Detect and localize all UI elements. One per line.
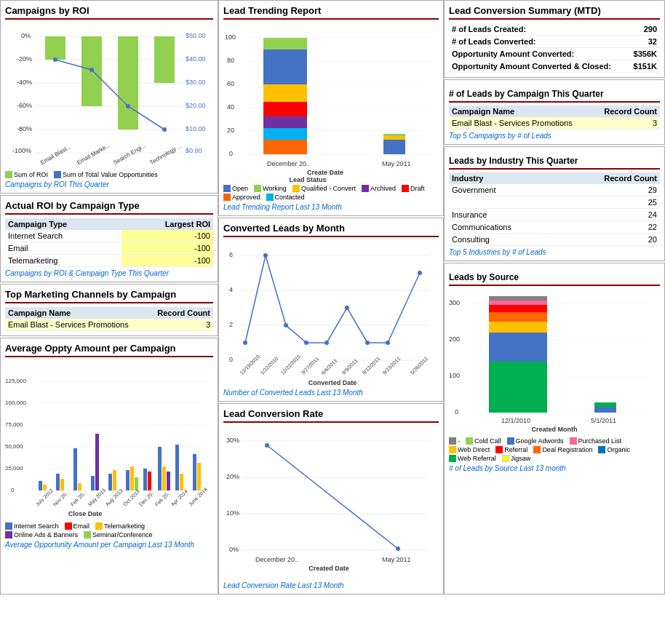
svg-rect-56 [143,469,147,490]
svg-rect-92 [263,38,307,49]
svg-rect-163 [594,402,616,407]
svg-text:12/1/2010: 12/1/2010 [501,417,530,424]
svg-text:40: 40 [227,103,234,111]
leads-by-industry-table: Industry Record Count Government 29 25 I… [449,172,660,246]
leads-by-industry-caption: Top 5 Industries by # of Leads [449,248,660,256]
table-row: Telemarketing -100 [5,255,213,267]
svg-rect-49 [91,476,95,490]
actual-roi-table: Campaign Type Largest ROI Internet Searc… [5,218,213,267]
table-row: Communications 22 [449,221,660,234]
svg-point-141 [265,443,269,448]
svg-text:-100%: -100% [12,147,31,154]
svg-text:Feb 20..: Feb 20.. [70,490,87,507]
top-channels-title: Top Marketing Channels by Campaign [5,289,213,303]
svg-text:125,000: 125,000 [5,378,26,384]
svg-text:-60%: -60% [17,102,32,109]
svg-text:December 20..: December 20.. [255,556,298,563]
svg-text:May 2011: May 2011 [382,556,411,563]
svg-point-24 [126,104,130,108]
svg-rect-51 [108,474,112,490]
svg-text:100,000: 100,000 [5,399,26,406]
svg-point-114 [284,323,288,327]
svg-rect-96 [383,140,405,154]
svg-text:100: 100 [449,372,460,379]
svg-text:-40%: -40% [17,79,32,86]
svg-line-140 [267,445,398,549]
actual-roi-col-roi: Largest ROI [122,218,213,230]
svg-text:20%: 20% [226,473,239,480]
svg-text:0: 0 [229,356,233,363]
top-channels-table: Campaign Name Record Count Email Blast -… [5,307,213,331]
leads-by-source-caption: # of Leads by Source Last 13 month [449,464,660,472]
table-row: Email Blast - Services Promotions 3 [449,117,660,130]
svg-text:$0.00: $0.00 [186,147,202,154]
svg-rect-62 [180,474,183,490]
svg-rect-161 [489,296,547,301]
svg-rect-59 [162,466,166,490]
actual-roi-col-type: Campaign Type [5,218,122,230]
table-row: # of Leads Converted: 32 [449,36,660,48]
svg-text:0: 0 [455,408,458,416]
svg-point-23 [89,68,94,72]
avg-oppty-caption: Average Opportunity Amount per Campaign … [5,541,213,549]
leads-by-source-subtitle: Leads by Source [449,272,660,286]
svg-point-25 [162,127,167,132]
table-row: 25 [449,196,660,209]
svg-text:$50.00: $50.00 [186,32,206,39]
campaigns-roi-title: Campaigns by ROI [5,5,213,20]
table-row: # of Leads Created: 290 [449,23,660,36]
svg-rect-53 [126,470,130,490]
svg-text:50,000: 50,000 [5,443,23,450]
svg-rect-94 [263,128,307,140]
svg-text:Email Blast...: Email Blast... [39,143,72,166]
svg-rect-89 [263,49,307,84]
svg-text:Created Date: Created Date [308,565,349,572]
svg-text:0%: 0% [229,546,239,553]
svg-rect-60 [167,472,170,490]
svg-text:Apr 2014: Apr 2014 [170,489,189,508]
campaigns-roi-legend: Sum of ROI Sum of Total Value Opportunit… [5,171,213,178]
svg-text:80: 80 [227,57,234,64]
svg-text:Dec 20..: Dec 20.. [138,490,155,506]
actual-roi-caption: Campaigns by ROI & Campaign Type This Qu… [5,269,213,277]
avg-oppty-chart: 125,000 100,000 75,000 50,000 25,000 0 A… [5,361,213,521]
leads-by-campaign-col-name: Campaign Name [449,106,593,117]
svg-text:12/19/2010: 12/19/2010 [239,354,261,375]
svg-text:Technology ...: Technology ... [148,143,183,166]
svg-text:-20%: -20% [17,55,32,63]
svg-text:6: 6 [229,251,233,258]
svg-text:Oct 2013: Oct 2013 [122,489,140,507]
svg-rect-20 [118,36,138,130]
converted-leads-caption: Number of Converted Leads Last 13 Month [223,389,439,397]
svg-text:75,000: 75,000 [5,421,23,428]
svg-text:Created Month: Created Month [532,426,578,433]
svg-text:9/12/2011: 9/12/2011 [362,356,381,375]
svg-rect-64 [197,463,201,490]
svg-rect-160 [489,301,547,305]
svg-text:300: 300 [449,299,460,306]
svg-rect-159 [489,305,547,312]
svg-text:May 2011: May 2011 [382,160,411,167]
lead-trending-legend: Open Working Qualified - Convert Archive… [223,185,439,201]
table-row: Internet Search -100 [5,230,213,242]
table-row: Email Blast - Services Promotions 3 [5,319,213,331]
svg-text:200: 200 [449,335,460,343]
svg-point-112 [243,341,247,345]
svg-text:5/1/2011: 5/1/2011 [591,417,616,424]
svg-rect-90 [263,84,307,102]
svg-text:Feb 20..: Feb 20.. [154,490,171,507]
svg-text:Converted Date: Converted Date [308,379,357,386]
table-row: Insurance 24 [449,209,660,221]
avg-oppty-title: Average Oppty Amount per Campaign [5,343,213,357]
svg-text:9/9/2011: 9/9/2011 [341,358,359,375]
svg-text:30%: 30% [226,437,239,444]
svg-rect-44 [43,485,47,490]
svg-rect-50 [95,434,99,490]
svg-point-117 [345,306,349,310]
svg-rect-157 [489,322,547,333]
svg-point-120 [418,271,422,275]
actual-roi-title: Actual ROI by Campaign Type [5,200,213,215]
svg-text:6/6/2011: 6/6/2011 [321,358,338,375]
svg-text:Lead Status: Lead Status [289,176,326,183]
svg-rect-93 [263,116,307,128]
